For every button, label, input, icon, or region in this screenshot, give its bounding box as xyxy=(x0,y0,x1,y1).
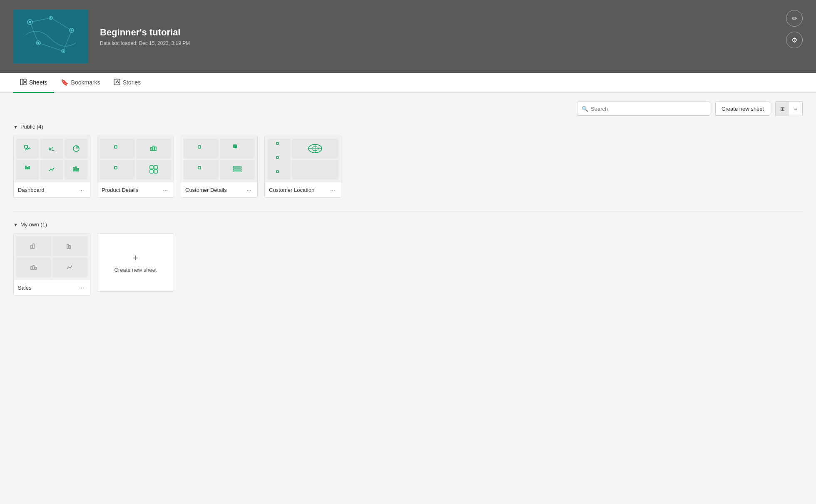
sheet-card-dashboard[interactable]: #1 Dashboard ··· xyxy=(13,136,90,198)
product-details-preview xyxy=(97,136,174,182)
grid-view-button[interactable]: ⊞ xyxy=(776,102,789,116)
edit-icon: ✏ xyxy=(792,15,797,22)
svg-rect-43 xyxy=(233,169,241,170)
tab-sheets-label: Sheets xyxy=(29,79,47,86)
app-header: Beginner's tutorial Data last loaded: De… xyxy=(0,0,816,73)
sheet-footer-product-details: Product Details ··· xyxy=(97,182,174,197)
my-own-section-label: My own (1) xyxy=(20,221,47,228)
sales-menu-button[interactable]: ··· xyxy=(77,283,86,292)
public-section-header[interactable]: ▼ Public (4) xyxy=(13,124,803,130)
svg-rect-28 xyxy=(77,169,79,171)
svg-rect-56 xyxy=(31,267,32,269)
plus-icon: + xyxy=(133,253,138,263)
sheet-name-dashboard: Dashboard xyxy=(18,187,45,193)
tab-bookmarks-label: Bookmarks xyxy=(71,79,100,86)
preview-cell xyxy=(16,258,51,278)
dashboard-preview: #1 xyxy=(14,136,90,182)
sheet-card-customer-location[interactable]: Customer Location ··· xyxy=(264,136,341,198)
svg-rect-35 xyxy=(154,166,157,169)
svg-rect-24 xyxy=(27,167,28,169)
svg-rect-46 xyxy=(276,156,279,159)
my-own-section-header[interactable]: ▼ My own (1) xyxy=(13,221,803,228)
svg-text:✦: ✦ xyxy=(234,145,238,150)
tab-sheets[interactable]: Sheets xyxy=(13,73,54,93)
preview-cell xyxy=(100,139,135,159)
search-input[interactable] xyxy=(591,106,706,112)
toolbar-row: 🔍 Create new sheet ⊞ ≡ xyxy=(13,101,803,116)
grid-icon: ⊞ xyxy=(780,106,785,112)
svg-rect-52 xyxy=(31,245,32,248)
svg-rect-42 xyxy=(233,166,241,168)
svg-rect-53 xyxy=(33,244,34,248)
view-toggle: ⊞ ≡ xyxy=(775,101,803,116)
svg-rect-44 xyxy=(233,171,241,172)
svg-rect-23 xyxy=(25,166,26,169)
dashboard-menu-button[interactable]: ··· xyxy=(77,186,86,194)
svg-rect-27 xyxy=(75,167,77,171)
preview-cell xyxy=(136,139,171,159)
svg-rect-45 xyxy=(276,142,279,144)
list-view-button[interactable]: ≡ xyxy=(789,102,802,116)
sheet-card-product-details[interactable]: Product Details ··· xyxy=(97,136,174,198)
stories-icon xyxy=(114,79,120,87)
svg-rect-32 xyxy=(155,147,156,151)
sheet-name-customer-details: Customer Details xyxy=(185,187,227,193)
preview-cell xyxy=(52,258,87,278)
tab-stories-label: Stories xyxy=(123,79,141,86)
sheet-footer-customer-location: Customer Location ··· xyxy=(265,182,341,197)
svg-rect-54 xyxy=(67,244,68,248)
tab-stories[interactable]: Stories xyxy=(107,73,148,93)
preview-cell xyxy=(16,139,39,159)
svg-rect-29 xyxy=(114,146,117,148)
svg-rect-20 xyxy=(25,145,27,148)
preview-cell: ✦ xyxy=(220,139,255,159)
preview-cell xyxy=(184,160,219,180)
search-box[interactable]: 🔍 xyxy=(577,102,710,116)
preview-cell: #1 xyxy=(40,139,63,159)
svg-rect-36 xyxy=(150,170,153,173)
svg-rect-57 xyxy=(33,266,34,269)
preview-cell xyxy=(292,160,338,180)
my-own-chevron-icon: ▼ xyxy=(13,222,18,227)
gear-icon: ⚙ xyxy=(791,36,797,44)
preview-cell xyxy=(136,160,171,180)
tab-bookmarks[interactable]: 🔖 Bookmarks xyxy=(54,73,107,93)
product-details-menu-button[interactable]: ··· xyxy=(161,186,169,194)
svg-rect-26 xyxy=(73,168,75,171)
preview-cell xyxy=(65,139,87,159)
sales-preview xyxy=(14,234,90,280)
customer-location-preview xyxy=(265,136,341,182)
preview-cell xyxy=(16,236,51,256)
customer-details-menu-button[interactable]: ··· xyxy=(245,186,253,194)
preview-cell xyxy=(40,160,63,180)
settings-button[interactable]: ⚙ xyxy=(786,32,803,48)
tabs-bar: Sheets 🔖 Bookmarks Stories xyxy=(0,73,816,93)
create-card-label: Create new sheet xyxy=(114,267,157,273)
sheet-card-sales[interactable]: Sales ··· xyxy=(13,233,90,295)
app-subtitle: Data last loaded: Dec 15, 2023, 3:19 PM xyxy=(100,40,190,46)
create-sheet-button[interactable]: Create new sheet xyxy=(715,102,770,116)
header-actions: ✏ ⚙ xyxy=(786,10,803,48)
sheet-footer-sales: Sales ··· xyxy=(14,280,90,295)
svg-rect-58 xyxy=(35,267,36,269)
list-icon: ≡ xyxy=(794,106,797,112)
preview-cell xyxy=(16,160,39,180)
sheet-footer-dashboard: Dashboard ··· xyxy=(14,182,90,197)
svg-rect-38 xyxy=(198,146,201,148)
svg-rect-55 xyxy=(69,246,70,248)
svg-rect-33 xyxy=(114,166,117,169)
svg-rect-47 xyxy=(276,171,279,173)
preview-cell xyxy=(65,160,87,180)
preview-cell xyxy=(267,139,291,179)
public-section-label: Public (4) xyxy=(20,124,43,130)
sheet-name-sales: Sales xyxy=(18,285,32,291)
preview-cell xyxy=(220,160,255,180)
create-new-sheet-card[interactable]: + Create new sheet xyxy=(97,233,174,292)
my-own-grid: Sales ··· + Create new sheet xyxy=(13,233,803,295)
edit-button[interactable]: ✏ xyxy=(786,10,803,27)
sheet-name-product-details: Product Details xyxy=(102,187,138,193)
customer-location-menu-button[interactable]: ··· xyxy=(328,186,337,194)
svg-rect-19 xyxy=(114,79,120,85)
sheet-card-customer-details[interactable]: ✦ Customer Details ··· xyxy=(181,136,258,198)
svg-rect-17 xyxy=(24,79,26,82)
